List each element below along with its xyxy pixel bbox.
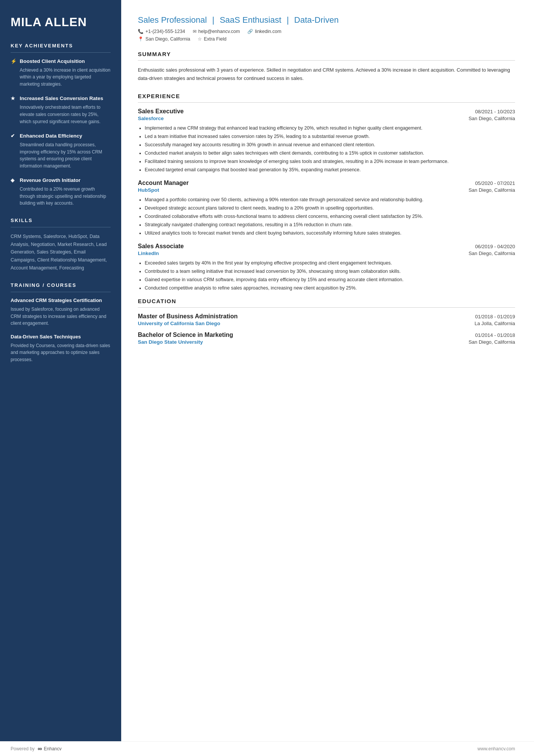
exp-bullet: Facilitated training sessions to improve… — [145, 158, 515, 165]
email-text: help@enhancv.com — [198, 29, 240, 34]
experience-item-0: Sales Executive 08/2021 - 10/2023 Salesf… — [138, 108, 515, 174]
powered-by-text: Powered by — [11, 746, 34, 751]
achievement-name-0: Boosted Client Acquisition — [20, 58, 85, 65]
edu-subrow-1: San Diego State University San Diego, Ca… — [138, 339, 515, 345]
edu-school-1: San Diego State University — [138, 339, 203, 345]
edu-location-0: La Jolla, California — [475, 321, 515, 326]
exp-bullet: Led a team initiative that increased sal… — [145, 133, 515, 140]
achievement-name-2: Enhanced Data Efficiency — [20, 133, 82, 139]
exp-bullet: Conducted market analysis to better alig… — [145, 149, 515, 157]
exp-dates-2: 06/2019 - 04/2020 — [475, 244, 515, 249]
achievement-desc-1: Innovatively orchestrated team efforts t… — [11, 104, 111, 125]
summary-section-title: SUMMARY — [138, 51, 515, 57]
exp-company-0: Salesforce — [138, 116, 164, 121]
achievement-desc-2: Streamlined data handling processes, imp… — [11, 141, 111, 169]
exp-bullet: Managed a portfolio containing over 50 c… — [145, 196, 515, 203]
summary-divider — [138, 60, 515, 61]
exp-bullets-0: Implemented a new CRM strategy that enha… — [138, 124, 515, 174]
experience-item-1: Account Manager 05/2020 - 07/2021 HubSpo… — [138, 180, 515, 237]
skills-section-title: SKILLS — [11, 218, 111, 223]
contact-row-1: 📞 +1-(234)-555-1234 ✉ help@enhancv.com 🔗… — [138, 29, 515, 34]
email-icon: ✉ — [193, 29, 197, 34]
exp-bullet: Developed strategic account plans tailor… — [145, 204, 515, 212]
education-item-0: Master of Business Administration 01/201… — [138, 313, 515, 326]
exp-company-2: LinkedIn — [138, 250, 159, 256]
summary-text: Enthusiastic sales professional with 3 y… — [138, 66, 515, 82]
edu-dates-0: 01/2018 - 01/2019 — [475, 314, 515, 319]
exp-dates-1: 05/2020 - 07/2021 — [475, 180, 515, 186]
footer: Powered by ∞ Enhancv www.enhancv.com — [0, 741, 534, 756]
achievement-icon-0: ⚡ — [11, 58, 17, 65]
skills-divider — [11, 227, 111, 227]
training-desc-1: Provided by Coursera, covering data-driv… — [11, 342, 111, 363]
exp-company-1: HubSpot — [138, 187, 159, 193]
achievement-title-3: ◈ Revenue Growth Initiator — [11, 177, 111, 184]
exp-title-2: Sales Associate — [138, 243, 184, 250]
achievement-icon-1: ★ — [11, 95, 17, 102]
edu-subrow-0: University of California San Diego La Jo… — [138, 321, 515, 326]
exp-location-1: San Diego, California — [468, 187, 515, 193]
extra-contact: ☆ Extra Field — [198, 36, 226, 42]
exp-location-2: San Diego, California — [468, 250, 515, 256]
headline-part-1: SaaS Enthusiast — [220, 15, 281, 25]
edu-degree-1: Bachelor of Science in Marketing — [138, 332, 233, 338]
exp-dates-0: 08/2021 - 10/2023 — [475, 109, 515, 114]
education-section-title: EDUCATION — [138, 298, 515, 304]
phone-contact: 📞 +1-(234)-555-1234 — [138, 29, 185, 34]
linkedin-text: linkedin.com — [255, 29, 281, 34]
training-title-0: Advanced CRM Strategies Certification — [11, 297, 111, 304]
achievement-desc-0: Achieved a 30% increase in client acquis… — [11, 67, 111, 88]
exp-bullet: Contributed to a team selling initiative… — [145, 268, 515, 275]
achievement-title-0: ⚡ Boosted Client Acquisition — [11, 58, 111, 65]
achievements-list: ⚡ Boosted Client Acquisition Achieved a … — [11, 58, 111, 207]
training-item-0: Advanced CRM Strategies Certification Is… — [11, 297, 111, 327]
phone-icon: 📞 — [138, 29, 144, 34]
exp-subrow-0: Salesforce San Diego, California — [138, 116, 515, 121]
achievement-item-2: ✔ Enhanced Data Efficiency Streamlined d… — [11, 133, 111, 169]
location-contact: 📍 San Diego, California — [138, 36, 190, 42]
linkedin-icon: 🔗 — [247, 29, 253, 34]
footer-left: Powered by ∞ Enhancv — [11, 745, 61, 752]
enhancv-logo: ∞ Enhancv — [37, 745, 61, 752]
experience-divider — [138, 102, 515, 103]
training-divider — [11, 292, 111, 292]
exp-title-0: Sales Executive — [138, 108, 184, 115]
logo-symbol: ∞ — [37, 745, 42, 752]
exp-header-2: Sales Associate 06/2019 - 04/2020 — [138, 243, 515, 250]
location-icon: 📍 — [138, 36, 144, 42]
exp-header-0: Sales Executive 08/2021 - 10/2023 — [138, 108, 515, 115]
linkedin-contact: 🔗 linkedin.com — [247, 29, 281, 34]
exp-bullets-1: Managed a portfolio containing over 50 c… — [138, 196, 515, 237]
exp-bullet: Strategically navigated challenging cont… — [145, 221, 515, 229]
edu-location-1: San Diego, California — [468, 339, 515, 345]
achievement-icon-2: ✔ — [11, 133, 17, 139]
achievements-section-title: KEY ACHIEVEMENTS — [11, 43, 111, 49]
achievements-divider — [11, 52, 111, 53]
achievement-item-1: ★ Increased Sales Conversion Rates Innov… — [11, 95, 111, 125]
education-item-1: Bachelor of Science in Marketing 01/2014… — [138, 332, 515, 345]
achievement-title-2: ✔ Enhanced Data Efficiency — [11, 133, 111, 139]
achievement-item-0: ⚡ Boosted Client Acquisition Achieved a … — [11, 58, 111, 88]
exp-bullet: Executed targeted email campaigns that b… — [145, 166, 515, 174]
experience-list: Sales Executive 08/2021 - 10/2023 Salesf… — [138, 108, 515, 292]
extra-icon: ☆ — [198, 36, 202, 42]
achievement-name-1: Increased Sales Conversion Rates — [20, 95, 103, 102]
exp-bullet: Implemented a new CRM strategy that enha… — [145, 124, 515, 132]
training-section-title: TRAINING / COURSES — [11, 282, 111, 288]
achievement-item-3: ◈ Revenue Growth Initiator Contributed t… — [11, 177, 111, 207]
exp-bullet: Successfully managed key accounts result… — [145, 141, 515, 149]
skills-text: CRM Systems, Salesforce, HubSpot, Data A… — [11, 233, 111, 272]
headline-part-2: Data-Driven — [294, 15, 339, 25]
exp-bullet: Coordinated collaborative efforts with c… — [145, 213, 515, 220]
extra-text: Extra Field — [204, 36, 226, 42]
exp-bullet: Gained expertise in various CRM software… — [145, 276, 515, 283]
exp-bullet: Utilized analytics tools to forecast mar… — [145, 229, 515, 237]
experience-item-2: Sales Associate 06/2019 - 04/2020 Linked… — [138, 243, 515, 292]
edu-school-0: University of California San Diego — [138, 321, 220, 326]
education-list: Master of Business Administration 01/201… — [138, 313, 515, 345]
footer-website: www.enhancv.com — [478, 746, 515, 751]
exp-location-0: San Diego, California — [468, 116, 515, 121]
achievement-title-1: ★ Increased Sales Conversion Rates — [11, 95, 111, 102]
main-headline: Sales Professional | SaaS Enthusiast | D… — [138, 15, 515, 25]
training-title-1: Data-Driven Sales Techniques — [11, 334, 111, 340]
